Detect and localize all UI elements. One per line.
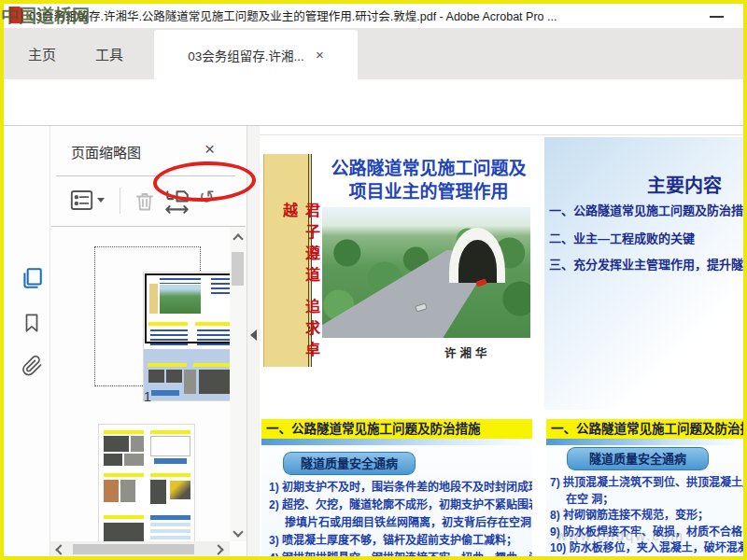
thumbnails-vertical-scrollbar[interactable]: [230, 227, 247, 541]
problems-list: 7) 拱顶混凝土浇筑不到位、拱顶混凝土厚 在空 洞； 8) 衬砌钢筋连接不规范，…: [550, 475, 743, 556]
thumbnail-page-1-number: 1: [94, 388, 201, 404]
contents-item: 三、充分发挥业主管理作用，提升隧道: [549, 255, 743, 273]
thumbnail-options-icon[interactable]: [69, 189, 94, 212]
site-watermark-top: 中国道桥网: [1, 2, 90, 27]
slide-header: 一、公路隧道常见施工问题及防治措施: [261, 419, 532, 439]
tunnel-photo: [322, 207, 530, 338]
panel-close-icon[interactable]: ×: [204, 139, 215, 160]
problems-list: 1) 初期支护不及时，围岩条件差的地段不及时封闭成环； 2) 超挖、欠挖，隧道轮…: [269, 479, 532, 556]
slide-title: 公路隧道常见施工问题及 项目业主的管理作用: [317, 157, 540, 203]
slide-header-accent: [261, 439, 532, 445]
tab-document[interactable]: 03会务组留存.许湘... ×: [154, 30, 358, 79]
horizontal-scroll-thumb[interactable]: [73, 544, 194, 554]
minimize-button[interactable]: [706, 7, 728, 22]
attachments-icon[interactable]: [21, 354, 43, 378]
slide-header: 一、公路隧道常见施工问题及防治措施: [546, 419, 743, 439]
tab-tools[interactable]: 工具: [78, 28, 140, 79]
page-edge: [260, 134, 743, 135]
slide-author: 许湘华: [444, 343, 491, 361]
tab-home[interactable]: 主页: [11, 28, 73, 79]
site-watermark-bottom: www.cndqw.com: [557, 527, 684, 543]
page-thumbnails-icon[interactable]: [20, 265, 44, 291]
quality-badge: 隧道质量安全通病: [567, 447, 709, 470]
tab-document-label: 03会务组留存.许湘...: [188, 46, 304, 64]
thumbnail-list: 1: [50, 227, 230, 541]
thumbnail-page-1[interactable]: [94, 246, 201, 386]
vertical-scroll-thumb[interactable]: [232, 252, 244, 286]
slide-header-accent: [546, 439, 743, 445]
main-toolbar: 1 / 15 53%: [0, 79, 747, 126]
panel-title: 页面缩略图: [71, 142, 141, 161]
contents-item: 一、公路隧道常见施工问题及防治措施: [549, 201, 743, 218]
contents-title: 主要内容: [647, 171, 722, 198]
thumbnail-page-2[interactable]: [99, 425, 194, 541]
scroll-left-icon[interactable]: [55, 544, 65, 554]
window-title: 03会务组留存.许湘华.公路隧道常见施工问题及业主的管理作用.研讨会.敦煌.pd…: [29, 7, 692, 24]
thumbnails-horizontal-scrollbar[interactable]: [50, 541, 230, 557]
acrobat-window: 03会务组留存.许湘华.公路隧道常见施工问题及业主的管理作用.研讨会.敦煌.pd…: [0, 0, 747, 560]
scroll-right-icon[interactable]: [213, 544, 223, 554]
tab-tools-label: 工具: [95, 44, 123, 63]
thumbnail-view-indicator[interactable]: [145, 273, 230, 343]
navigation-rail: [4, 126, 50, 556]
banner-motto-text: 君子遵道 追求卓越: [277, 203, 322, 367]
delete-pages-icon[interactable]: [134, 189, 156, 214]
scroll-up-icon[interactable]: [233, 233, 243, 244]
title-bar: 03会务组留存.许湘华.公路隧道常见施工问题及业主的管理作用.研讨会.敦煌.pd…: [0, 0, 747, 28]
tab-close-icon[interactable]: ×: [316, 47, 324, 63]
panel-toolbar-divider: [120, 188, 120, 214]
contents-item: 二、业主—工程成败的关键: [549, 229, 695, 246]
bookmarks-icon[interactable]: [21, 309, 42, 337]
chevron-down-icon: [97, 198, 105, 203]
collapse-panel-icon[interactable]: [250, 329, 257, 341]
problems-slide-left: 一、公路隧道常见施工问题及防治措施 隧道质量安全通病 1) 初期支护不及时，围岩…: [261, 419, 532, 556]
scroll-down-icon[interactable]: [233, 526, 243, 537]
thumbnail-page-1-preview: [144, 273, 230, 400]
tab-home-label: 主页: [28, 44, 56, 63]
quality-badge: 隧道质量安全通病: [283, 452, 416, 475]
contents-slide: 主要内容 一、公路隧道常见施工问题及防治措施 二、业主—工程成败的关键 三、充分…: [544, 137, 743, 410]
document-view[interactable]: 君子遵道 追求卓越 公路隧道常见施工问题及 项目业主的管理作用 许湘华 主要内容…: [260, 126, 743, 556]
slide-side-banner: 君子遵道 追求卓越: [263, 154, 312, 367]
